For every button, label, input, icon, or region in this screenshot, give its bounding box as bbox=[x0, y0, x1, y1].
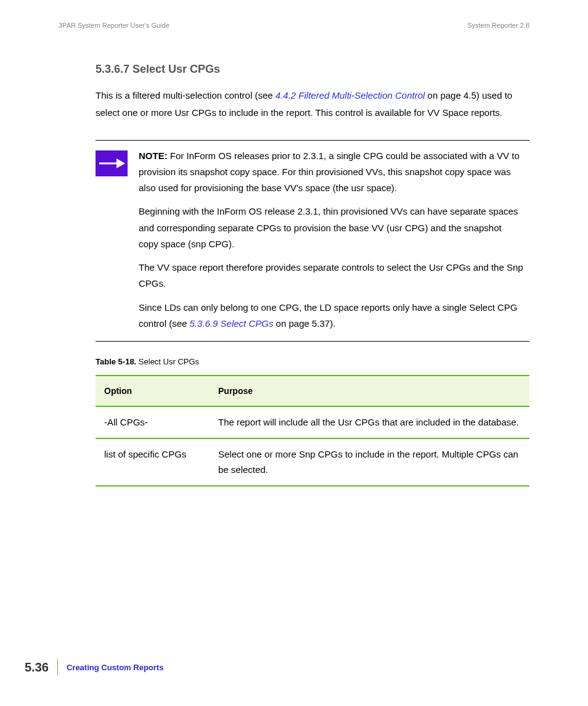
note-label: NOTE: bbox=[139, 150, 168, 161]
note-p3: The VV space report therefore provides s… bbox=[139, 260, 523, 292]
note-p4-link[interactable]: 5.3.6.9 Select CPGs bbox=[190, 318, 274, 329]
table-header-option: Option bbox=[96, 376, 210, 406]
table-caption-bold: Table 5-18. bbox=[96, 357, 136, 366]
options-table: Option Purpose -All CPGs- The report wil… bbox=[96, 375, 529, 486]
footer-divider bbox=[57, 659, 58, 675]
note-p4: Since LDs can only belong to one CPG, th… bbox=[139, 300, 523, 332]
table-caption-rest: Select Usr CPGs bbox=[136, 357, 199, 366]
footer-page-number: 5.36 bbox=[25, 660, 57, 675]
note-p1-rest: For InForm OS releases prior to 2.3.1, a… bbox=[139, 150, 520, 194]
header-left: 3PAR System Reporter User's Guide bbox=[59, 22, 169, 29]
note-p2: Beginning with the InForm OS release 2.3… bbox=[139, 203, 523, 252]
footer-title: Creating Custom Reports bbox=[67, 663, 163, 672]
intro-link[interactable]: 4.4.2 Filtered Multi-Selection Control bbox=[276, 90, 425, 101]
note-p1: NOTE: For InForm OS releases prior to 2.… bbox=[139, 148, 523, 197]
note-box: NOTE: For InForm OS releases prior to 2.… bbox=[96, 140, 529, 342]
table-header-purpose: Purpose bbox=[210, 376, 529, 406]
table-cell-purpose: Select one or more Snp CPGs to include i… bbox=[210, 438, 529, 486]
table-caption: Table 5-18. Select Usr CPGs bbox=[96, 357, 529, 366]
table-row: list of specific CPGs Select one or more… bbox=[96, 438, 529, 486]
intro-paragraph: This is a filtered multi-selection contr… bbox=[96, 87, 529, 121]
page-footer: 5.36 Creating Custom Reports bbox=[25, 659, 163, 675]
table-cell-option: -All CPGs- bbox=[96, 406, 210, 438]
svg-marker-1 bbox=[116, 158, 125, 168]
page-header: 3PAR System Reporter User's Guide System… bbox=[59, 22, 529, 29]
table-row: -All CPGs- The report will include all t… bbox=[96, 406, 529, 438]
table-header-row: Option Purpose bbox=[96, 376, 529, 406]
arrow-right-icon bbox=[96, 150, 128, 176]
intro-pre: This is a filtered multi-selection contr… bbox=[96, 90, 276, 101]
header-right: System Reporter 2.8 bbox=[467, 22, 529, 29]
note-text: NOTE: For InForm OS releases prior to 2.… bbox=[139, 148, 529, 332]
table-cell-purpose: The report will include all the Usr CPGs… bbox=[210, 406, 529, 438]
table-cell-option: list of specific CPGs bbox=[96, 438, 210, 486]
section-heading: 5.3.6.7 Select Usr CPGs bbox=[96, 63, 529, 76]
note-p4-post: on page 5.37). bbox=[273, 318, 335, 329]
